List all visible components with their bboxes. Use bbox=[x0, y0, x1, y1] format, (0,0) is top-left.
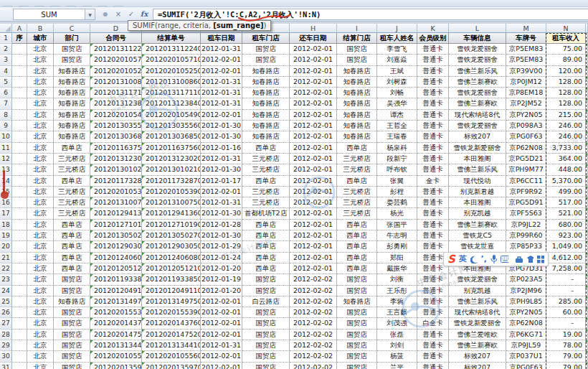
cell[interactable]: 京PY2N05 bbox=[506, 110, 546, 121]
cell[interactable]: 2012-02-02 bbox=[290, 318, 337, 329]
cell[interactable]: 201201271019 bbox=[90, 220, 142, 230]
cell[interactable]: 499.00 bbox=[546, 187, 586, 197]
cell[interactable]: 201201303556 bbox=[90, 121, 142, 131]
cell[interactable]: 现代悦动 bbox=[449, 176, 506, 187]
cell[interactable]: 王哲全 bbox=[377, 121, 417, 131]
cell[interactable]: 北京 bbox=[27, 307, 54, 318]
cell[interactable]: 201201314975 bbox=[90, 296, 142, 307]
cell[interactable]: 20120131122401 bbox=[142, 44, 201, 55]
cell[interactable] bbox=[12, 351, 27, 362]
cell[interactable]: 2012-02-01 bbox=[290, 44, 337, 55]
cell[interactable]: 西单店 bbox=[337, 220, 377, 230]
cell[interactable]: 国贸店 bbox=[337, 351, 377, 362]
cell[interactable]: 2012-02-01 bbox=[290, 121, 337, 131]
cell[interactable]: 刘树森 bbox=[377, 77, 417, 88]
header-cell[interactable]: 车牌号 bbox=[506, 33, 546, 44]
cell[interactable] bbox=[12, 340, 27, 351]
cell[interactable]: 20120201055601 bbox=[142, 351, 201, 362]
cell[interactable]: 20120130355601 bbox=[142, 121, 201, 131]
cell[interactable]: 20120129413601 bbox=[142, 208, 201, 219]
cell[interactable]: 75.00 bbox=[546, 44, 586, 55]
cell[interactable]: 李琬 bbox=[377, 296, 417, 307]
cell[interactable]: 国贸店 bbox=[242, 318, 290, 329]
cell[interactable]: 2012-02-01 bbox=[290, 131, 337, 142]
cell[interactable]: 北京 bbox=[27, 274, 54, 285]
cell[interactable]: 王瑞春 bbox=[377, 131, 417, 142]
cell[interactable]: 20120201054901 bbox=[142, 110, 201, 121]
cell[interactable] bbox=[12, 318, 27, 329]
cell[interactable]: 普通卡 bbox=[417, 274, 449, 285]
cell[interactable] bbox=[12, 164, 27, 175]
cell[interactable]: 北京 bbox=[27, 88, 54, 98]
cell[interactable]: 2012-02-02 bbox=[290, 340, 337, 351]
column-header-A[interactable]: A bbox=[12, 24, 27, 33]
cell[interactable]: 923.00 bbox=[546, 230, 586, 241]
cell[interactable]: 20120124060801 bbox=[142, 253, 201, 263]
cell[interactable]: 知春路店 bbox=[54, 77, 90, 88]
cell[interactable]: 本田雅阁 bbox=[449, 154, 506, 164]
cell[interactable]: 知春路店 bbox=[337, 98, 377, 109]
cell[interactable]: 201201294136 bbox=[90, 208, 142, 219]
cell[interactable]: 20120201057101 bbox=[142, 55, 201, 65]
row-header[interactable]: 6 bbox=[0, 88, 12, 98]
cell[interactable]: 201201310086 bbox=[90, 77, 142, 88]
row-header[interactable]: 19 bbox=[0, 230, 12, 241]
cell[interactable]: 2012-01-31 bbox=[201, 98, 242, 109]
cell[interactable]: 201201312302 bbox=[90, 154, 142, 164]
cell[interactable]: 20120130368501 bbox=[142, 131, 201, 142]
header-cell[interactable]: 城市 bbox=[27, 33, 54, 44]
cell[interactable]: 国贸店 bbox=[337, 274, 377, 285]
cell[interactable]: 三元桥店 bbox=[337, 197, 377, 208]
column-header-L[interactable]: L bbox=[449, 24, 506, 33]
cell[interactable]: 西单店 bbox=[337, 253, 377, 263]
cell[interactable]: 国贸店 bbox=[242, 286, 290, 296]
cell[interactable]: 201201311224 bbox=[90, 44, 142, 55]
punctuation-button[interactable]: ’, bbox=[481, 253, 487, 266]
cell[interactable]: 北京 bbox=[27, 44, 54, 55]
cell[interactable]: 20120120512101 bbox=[142, 263, 201, 274]
cell[interactable] bbox=[12, 241, 27, 252]
moon-icon[interactable] bbox=[470, 256, 478, 263]
cell[interactable] bbox=[12, 330, 27, 340]
cell[interactable]: 普通卡 bbox=[417, 286, 449, 296]
cell[interactable]: 国贸店 bbox=[54, 318, 90, 329]
cell[interactable]: 2012-02-01 bbox=[201, 318, 242, 329]
cell[interactable]: 79.00 bbox=[546, 351, 586, 362]
cell[interactable]: 国贸店 bbox=[242, 44, 290, 55]
cell[interactable]: 京P5EM83 bbox=[506, 44, 546, 55]
cell[interactable]: 201201301021 bbox=[90, 164, 142, 175]
cell[interactable] bbox=[12, 154, 27, 164]
cell[interactable]: 2012-02-01 bbox=[290, 220, 337, 230]
column-header-M[interactable]: M bbox=[506, 24, 546, 33]
cell[interactable]: 2012-02-02 bbox=[290, 296, 337, 307]
cell[interactable]: 标致207 bbox=[449, 131, 506, 142]
cell[interactable]: 1,049.00 bbox=[546, 241, 586, 252]
cell[interactable] bbox=[12, 121, 27, 131]
cell[interactable]: 国贸店 bbox=[337, 286, 377, 296]
cell[interactable]: 128.00 bbox=[546, 98, 586, 109]
cell[interactable]: 吴强华 bbox=[377, 98, 417, 109]
cell[interactable]: 西单店 bbox=[54, 241, 90, 252]
cell[interactable]: 2012-02-01 bbox=[290, 110, 337, 121]
column-header-J[interactable]: J bbox=[377, 24, 417, 33]
cell[interactable]: 段新宁 bbox=[377, 154, 417, 164]
cell[interactable]: 知春路店 bbox=[242, 98, 290, 109]
cell[interactable]: 北京 bbox=[27, 110, 54, 121]
cell[interactable]: 知春路店 bbox=[242, 88, 290, 98]
cell[interactable]: 金卡 bbox=[417, 176, 449, 187]
cell[interactable]: 本田雅阁 bbox=[449, 197, 506, 208]
cancel-button[interactable]: × bbox=[113, 9, 124, 19]
cell[interactable]: 3,733.00 bbox=[546, 143, 586, 154]
cell[interactable]: 2012-02-02 bbox=[290, 307, 337, 318]
cell[interactable]: 2012-01-30 bbox=[201, 131, 242, 142]
cell[interactable]: 2012-02-01 bbox=[290, 98, 337, 109]
cell[interactable] bbox=[12, 88, 27, 98]
cell[interactable]: 三元桥店 bbox=[337, 154, 377, 164]
cell[interactable]: 三元桥店 bbox=[242, 164, 290, 175]
row-header[interactable]: 25 bbox=[0, 296, 12, 307]
header-cell[interactable]: 序 bbox=[12, 33, 27, 44]
cell[interactable]: 国贸店 bbox=[54, 363, 90, 369]
cell[interactable]: 2012-02-01 bbox=[201, 66, 242, 77]
cell[interactable]: 北京 bbox=[27, 121, 54, 131]
cell[interactable]: 201202014376 bbox=[90, 318, 142, 329]
